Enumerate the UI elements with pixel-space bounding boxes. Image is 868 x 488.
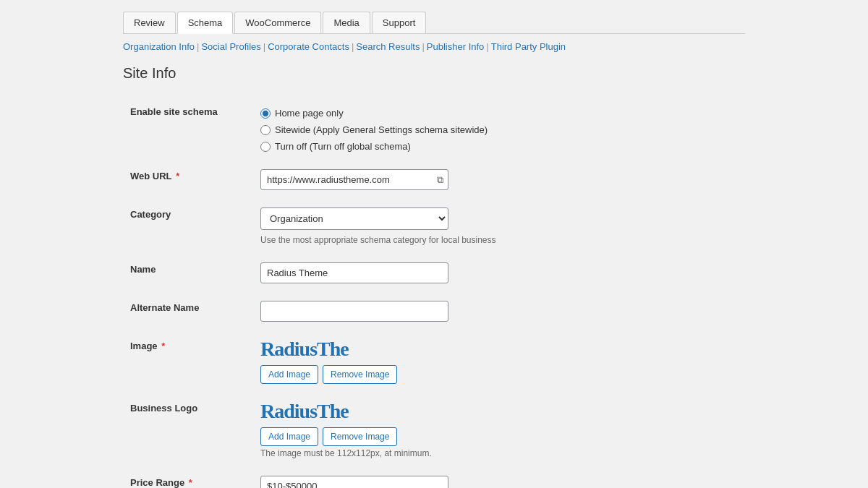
category-select[interactable]: Organization LocalBusiness Corporation	[260, 207, 448, 230]
label-alternate-name: Alternate Name	[123, 292, 239, 330]
label-price-range: Price Range *	[123, 467, 239, 488]
image-preview: RadiusThe	[260, 339, 738, 359]
page-wrapper: Review Schema WooCommerce Media Support …	[109, 0, 760, 488]
field-web-url: ⧉	[239, 160, 745, 199]
row-name: Name	[123, 254, 745, 292]
radio-home-only[interactable]: Home page only	[260, 108, 738, 119]
field-enable-site-schema: Home page only Sitewide (Apply General S…	[239, 96, 745, 160]
field-price-range: The price range of the business, for exa…	[239, 467, 745, 488]
row-enable-site-schema: Enable site schema Home page only Sitewi…	[123, 96, 745, 160]
separator-1: |	[197, 41, 199, 52]
breadcrumb: Organization Info | Social Profiles | Co…	[123, 41, 745, 52]
add-image-button[interactable]: Add Image	[260, 365, 318, 384]
row-alternate-name: Alternate Name	[123, 292, 745, 330]
breadcrumb-organization-info[interactable]: Organization Info	[123, 41, 195, 52]
breadcrumb-search-results[interactable]: Search Results	[356, 41, 420, 52]
tab-woocommerce[interactable]: WooCommerce	[234, 12, 321, 33]
separator-5: |	[486, 41, 488, 52]
select-wrapper-category: Organization LocalBusiness Corporation U…	[260, 207, 738, 245]
business-logo-preview: RadiusThe	[260, 401, 738, 421]
radio-input-home-only[interactable]	[260, 108, 271, 119]
radio-turn-off[interactable]: Turn off (Turn off global schema)	[260, 141, 738, 152]
name-input[interactable]	[260, 262, 448, 283]
label-name: Name	[123, 254, 239, 292]
row-business-logo: Business Logo RadiusThe Add Image Remove…	[123, 393, 745, 467]
radio-label-home-only: Home page only	[275, 108, 344, 119]
label-category: Category	[123, 199, 239, 254]
business-logo-hint: The image must be 112x112px, at minimum.	[260, 448, 738, 458]
breadcrumb-corporate-contacts[interactable]: Corporate Contacts	[268, 41, 349, 52]
tab-schema[interactable]: Schema	[177, 12, 234, 34]
tabs-row: Review Schema WooCommerce Media Support	[123, 12, 745, 34]
label-enable-site-schema: Enable site schema	[123, 96, 239, 160]
tab-support[interactable]: Support	[372, 12, 427, 33]
required-image: *	[159, 341, 166, 351]
row-image: Image * RadiusThe Add Image Remove Image	[123, 330, 745, 393]
field-alternate-name	[239, 292, 745, 330]
remove-business-logo-button[interactable]: Remove Image	[323, 427, 397, 446]
label-business-logo: Business Logo	[123, 393, 239, 467]
form-table: Enable site schema Home page only Sitewi…	[123, 96, 745, 488]
field-category: Organization LocalBusiness Corporation U…	[239, 199, 745, 254]
separator-3: |	[352, 41, 354, 52]
tab-review[interactable]: Review	[123, 12, 176, 33]
radio-input-turn-off[interactable]	[260, 142, 271, 152]
url-copy-icon: ⧉	[433, 171, 448, 189]
category-hint: Use the most appropriate schema category…	[260, 235, 738, 245]
web-url-input[interactable]	[261, 170, 433, 189]
label-image: Image *	[123, 330, 239, 393]
field-image: RadiusThe Add Image Remove Image	[239, 330, 745, 393]
radio-sitewide[interactable]: Sitewide (Apply General Settings schema …	[260, 124, 738, 135]
label-web-url: Web URL *	[123, 160, 239, 199]
breadcrumb-social-profiles[interactable]: Social Profiles	[201, 41, 260, 52]
alternate-name-input[interactable]	[260, 301, 448, 322]
breadcrumb-third-party-plugin[interactable]: Third Party Plugin	[491, 41, 566, 52]
radio-label-turn-off: Turn off (Turn off global schema)	[275, 141, 411, 152]
radio-label-sitewide: Sitewide (Apply General Settings schema …	[275, 124, 488, 135]
row-price-range: Price Range * The price range of the bus…	[123, 467, 745, 488]
breadcrumb-publisher-info[interactable]: Publisher Info	[427, 41, 485, 52]
required-web-url: *	[174, 171, 180, 181]
url-input-wrapper: ⧉	[260, 169, 448, 190]
radio-group-enable-site-schema: Home page only Sitewide (Apply General S…	[260, 105, 738, 152]
separator-4: |	[422, 41, 424, 52]
radio-input-sitewide[interactable]	[260, 125, 271, 135]
row-web-url: Web URL * ⧉	[123, 160, 745, 199]
row-category: Category Organization LocalBusiness Corp…	[123, 199, 745, 254]
add-business-logo-button[interactable]: Add Image	[260, 427, 318, 446]
field-name	[239, 254, 745, 292]
field-business-logo: RadiusThe Add Image Remove Image The ima…	[239, 393, 745, 467]
separator-2: |	[263, 41, 265, 52]
required-price-range: *	[186, 477, 192, 488]
business-logo-btn-row: Add Image Remove Image	[260, 427, 738, 446]
section-title: Site Info	[123, 65, 745, 82]
image-btn-row: Add Image Remove Image	[260, 365, 738, 384]
price-range-input[interactable]	[260, 476, 448, 488]
tab-media[interactable]: Media	[323, 12, 370, 33]
remove-image-button[interactable]: Remove Image	[323, 365, 397, 384]
